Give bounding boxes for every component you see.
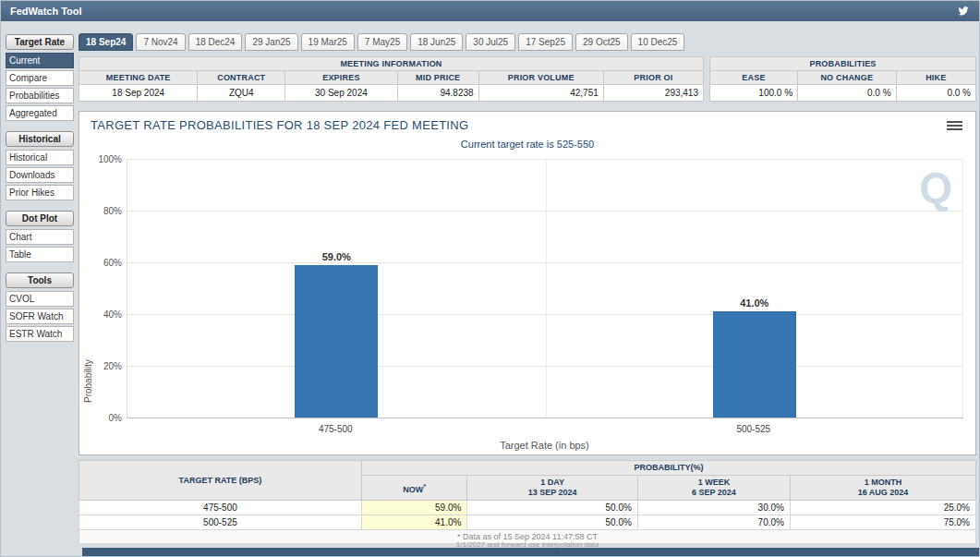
bar-series: 59.0% 41.0% (127, 159, 963, 418)
rate-cell: 475-500 (79, 501, 362, 515)
sidebar-item-estr-watch[interactable]: ESTR Watch (6, 326, 74, 342)
now-cell: 59.0% (361, 501, 467, 515)
fedwatch-page: FedWatch Tool 18 Sep24 7 Nov24 18 Dec24 … (0, 0, 980, 557)
sidebar: Target Rate Current Compare Probabilitie… (6, 34, 74, 352)
probabilities-title: PROBABILITIES (710, 57, 976, 71)
now-column-header: NOW* (361, 476, 467, 501)
prior-volume-value: 42,751 (478, 85, 603, 102)
rate-column-header: TARGET RATE (BPS) (79, 461, 362, 501)
meeting-info-title: MEETING INFORMATION (79, 57, 704, 71)
y-tick-label: 80% (87, 206, 122, 216)
sidebar-item-table[interactable]: Table (6, 247, 74, 262)
sidebar-item-aggregated[interactable]: Aggregated (6, 105, 74, 121)
x-category-label: 475-500 (127, 424, 545, 434)
sidebar-item-prior-hikes[interactable]: Prior Hikes (6, 185, 74, 200)
bar-value-label: 59.0% (322, 251, 351, 262)
sidebar-item-current[interactable]: Current (6, 53, 74, 68)
ease-value: 100.0 % (710, 85, 798, 102)
sidebar-section-historical: Historical Historical Downloads Prior Hi… (6, 131, 74, 200)
meeting-info-header-cell: PRIOR VOLUME (478, 71, 603, 85)
y-tick-label: 60% (87, 258, 122, 268)
meeting-info-header-cell: CONTRACT (198, 71, 285, 85)
probabilities-header-cell: NO CHANGE (798, 71, 897, 85)
date-tab[interactable]: 7 Nov24 (136, 33, 185, 51)
date-tab[interactable]: 10 Dec25 (631, 33, 685, 51)
date-tabs: 18 Sep24 7 Nov24 18 Dec24 29 Jan25 19 Ma… (79, 33, 684, 51)
chart-context-menu-icon[interactable] (947, 121, 962, 132)
sidebar-item-cvol[interactable]: CVOL (6, 291, 74, 307)
probabilities-header-cell: HIKE (896, 71, 975, 85)
sidebar-item-chart[interactable]: Chart (6, 229, 74, 245)
probability-history-table: TARGET RATE (BPS) PROBABILITY(%) NOW* 1 … (79, 460, 976, 544)
meeting-info-panel: MEETING INFORMATION MEETING DATE CONTRAC… (79, 56, 704, 102)
table-row: 500-525 41.0% 50.0% 70.0% 75.0% (79, 515, 976, 530)
contract-value: ZQU4 (198, 85, 285, 102)
one-month-cell: 25.0% (790, 501, 975, 515)
no-change-value: 0.0 % (798, 85, 897, 102)
sidebar-header-historical: Historical (6, 131, 74, 147)
date-tab[interactable]: 18 Sep24 (79, 33, 133, 51)
now-cell: 41.0% (361, 515, 467, 530)
y-tick-label: 20% (87, 361, 122, 371)
sidebar-header-tools: Tools (6, 272, 74, 288)
meeting-info-row: 18 Sep 2024 ZQU4 30 Sep 2024 94.8238 42,… (79, 85, 704, 102)
one-day-cell: 50.0% (467, 515, 637, 530)
sidebar-item-historical[interactable]: Historical (6, 150, 74, 165)
y-tick-label: 100% (87, 154, 122, 164)
probability-group-header: PROBABILITY(%) (361, 461, 975, 476)
y-tick-label: 0% (87, 413, 122, 423)
table-row: 475-500 59.0% 50.0% 30.0% 25.0% (79, 501, 976, 515)
rate-cell: 500-525 (79, 515, 362, 530)
app-header: FedWatch Tool (1, 1, 979, 21)
date-tab[interactable]: 7 May25 (357, 33, 407, 51)
meeting-date-value: 18 Sep 2024 (79, 85, 198, 102)
one-month-column-header: 1 MONTH16 AUG 2024 (790, 476, 975, 501)
one-week-cell: 30.0% (637, 501, 790, 515)
date-tab[interactable]: 18 Dec24 (188, 33, 243, 51)
meeting-info-header-cell: EXPIRES (285, 71, 398, 85)
one-month-cell: 75.0% (790, 515, 975, 530)
sidebar-item-probabilities[interactable]: Probabilities (6, 88, 74, 103)
sidebar-section-target-rate: Target Rate Current Compare Probabilitie… (6, 34, 74, 121)
expires-value: 30 Sep 2024 (285, 85, 398, 102)
date-tab[interactable]: 19 Mar25 (301, 33, 355, 51)
bar-value-label: 41.0% (740, 297, 768, 309)
date-tab[interactable]: 18 Jun25 (410, 33, 463, 51)
x-axis-label: Target Rate (in bps) (127, 440, 962, 451)
date-tab[interactable]: 29 Jan25 (245, 33, 297, 51)
app-title: FedWatch Tool (10, 6, 82, 17)
probability-history-panel: TARGET RATE (BPS) PROBABILITY(%) NOW* 1 … (79, 460, 976, 544)
one-day-cell: 50.0% (467, 501, 637, 515)
one-week-column-header: 1 WEEK6 SEP 2024 (637, 476, 790, 501)
page-footer-bar (82, 548, 979, 556)
bar-column: 41.0% (546, 159, 964, 418)
sidebar-header-target-rate: Target Rate (6, 34, 74, 50)
meeting-info-header-cell: MEETING DATE (79, 71, 198, 85)
sidebar-item-sofr-watch[interactable]: SOFR Watch (6, 309, 74, 324)
date-tab[interactable]: 29 Oct25 (575, 33, 628, 51)
date-tab[interactable]: 17 Sep25 (518, 33, 573, 51)
sidebar-section-tools: Tools CVOL SOFR Watch ESTR Watch (6, 272, 74, 342)
bar-500-525[interactable] (713, 311, 796, 418)
meeting-info-header-cell: PRIOR OI (603, 71, 703, 85)
probabilities-table: PROBABILITIES EASE NO CHANGE HIKE 100.0 … (709, 56, 976, 102)
sidebar-item-downloads[interactable]: Downloads (6, 167, 74, 183)
x-category-label: 500-525 (545, 424, 963, 434)
sidebar-item-compare[interactable]: Compare (6, 70, 74, 86)
mid-price-value: 94.8238 (397, 85, 478, 102)
y-tick-label: 40% (87, 309, 122, 320)
probabilities-header-cell: EASE (710, 71, 798, 85)
chart-panel: TARGET RATE PROBABILITIES FOR 18 SEP 202… (79, 111, 976, 455)
twitter-icon[interactable] (957, 5, 970, 18)
bar-475-500[interactable] (295, 265, 378, 418)
one-week-cell: 70.0% (637, 515, 790, 530)
one-day-column-header: 1 DAY13 SEP 2024 (467, 476, 637, 501)
chart-title: TARGET RATE PROBABILITIES FOR 18 SEP 202… (91, 118, 468, 132)
plot-area: 100% 80% 60% 40% 20% 0% Q 59.0% 41.0% (127, 159, 963, 418)
bar-column: 59.0% (127, 159, 546, 418)
probabilities-panel: PROBABILITIES EASE NO CHANGE HIKE 100.0 … (709, 56, 976, 102)
hike-value: 0.0 % (896, 85, 975, 102)
prior-oi-value: 293,413 (603, 85, 703, 102)
sidebar-header-dot-plot: Dot Plot (6, 211, 74, 226)
date-tab[interactable]: 30 Jul25 (466, 33, 515, 51)
